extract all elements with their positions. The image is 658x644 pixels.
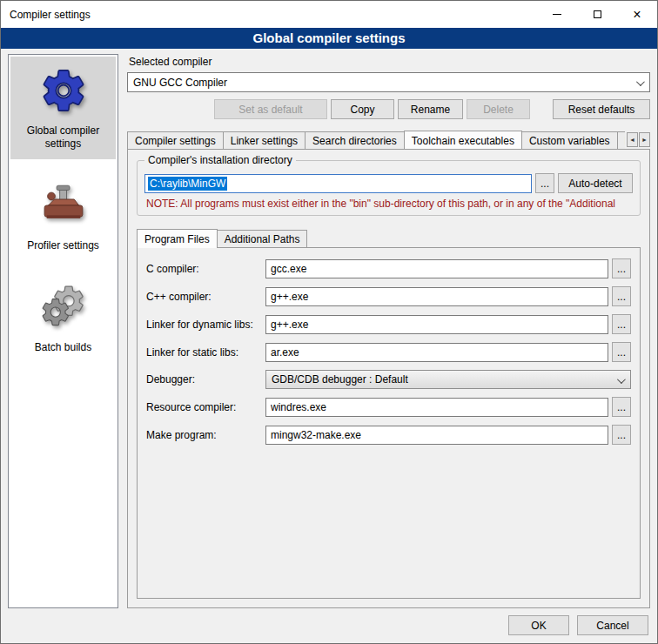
installation-directory-input[interactable]: C:\raylib\MinGW <box>144 174 532 193</box>
dynamic-linker-browse-button[interactable]: ... <box>612 314 631 334</box>
installation-directory-selected-text: C:\raylib\MinGW <box>148 177 227 191</box>
tab-build-options[interactable]: Build <box>617 131 625 149</box>
toolchain-executables-panel: Compiler's installation directory C:\ray… <box>127 149 650 608</box>
titlebar: Compiler settings × <box>1 1 657 28</box>
subtab-program-files[interactable]: Program Files <box>137 229 218 248</box>
resource-compiler-input[interactable] <box>265 398 608 417</box>
tab-scroll-right-button[interactable]: ► <box>639 132 650 147</box>
program-files-panel: C compiler: ... C++ compiler: ... Linker… <box>137 247 641 599</box>
cpp-compiler-label: C++ compiler: <box>146 291 265 303</box>
c-compiler-input[interactable] <box>265 259 608 278</box>
make-program-row: Make program: ... <box>146 425 631 445</box>
installation-directory-groupbox: Compiler's installation directory C:\ray… <box>137 160 641 216</box>
make-program-input[interactable] <box>265 426 608 445</box>
tab-scrollers: ◄ ► <box>627 132 650 147</box>
make-program-label: Make program: <box>146 429 265 441</box>
cpp-compiler-input[interactable] <box>265 287 608 306</box>
caption-buttons: × <box>537 1 657 28</box>
installation-directory-row: C:\raylib\MinGW ... Auto-detect <box>144 173 633 193</box>
installation-directory-legend: Compiler's installation directory <box>144 154 296 166</box>
debugger-select[interactable]: GDB/CDB debugger : Default <box>265 370 631 389</box>
set-as-default-button[interactable]: Set as default <box>214 99 327 119</box>
compiler-settings-window: Compiler settings × Global compiler sett… <box>0 0 658 644</box>
tab-linker-settings[interactable]: Linker settings <box>223 131 306 149</box>
ok-button[interactable]: OK <box>508 615 569 635</box>
static-linker-input[interactable] <box>265 343 608 362</box>
tab-compiler-settings[interactable]: Compiler settings <box>127 131 224 149</box>
toolchain-subtabstrip: Program Files Additional Paths <box>137 228 641 247</box>
static-linker-browse-button[interactable]: ... <box>612 342 631 362</box>
bin-subdirectory-note: NOTE: All programs must exist either in … <box>146 198 633 210</box>
selected-compiler-value: GNU GCC Compiler <box>133 77 227 89</box>
auto-detect-button[interactable]: Auto-detect <box>558 173 633 193</box>
debugger-row: Debugger: GDB/CDB debugger : Default <box>146 370 631 389</box>
arrow-left-icon: ◄ <box>629 137 635 143</box>
tab-scroll-left-button[interactable]: ◄ <box>627 132 638 147</box>
tabs-clip: Compiler settings Linker settings Search… <box>127 130 625 149</box>
sidebar-item-global-compiler-settings[interactable]: Global compiler settings <box>10 57 116 159</box>
maximize-icon <box>594 10 601 18</box>
dynamic-linker-label: Linker for dynamic libs: <box>146 319 265 331</box>
cpp-compiler-browse-button[interactable]: ... <box>612 286 631 306</box>
profiler-plane-icon <box>37 178 91 232</box>
minimize-button[interactable] <box>537 1 577 28</box>
installation-directory-browse-button[interactable]: ... <box>535 173 554 193</box>
dialog-footer: OK Cancel <box>1 608 657 643</box>
resource-compiler-browse-button[interactable]: ... <box>612 397 631 417</box>
reset-defaults-button[interactable]: Reset defaults <box>553 99 650 119</box>
blue-gear-icon <box>37 64 91 117</box>
tab-search-directories[interactable]: Search directories <box>305 131 405 149</box>
dialog-header: Global compiler settings <box>1 28 657 49</box>
sidebar-item-label: Profiler settings <box>27 239 99 252</box>
resource-compiler-row: Resource compiler: ... <box>146 397 631 417</box>
gray-gears-icon <box>37 280 91 334</box>
close-icon: × <box>633 8 641 22</box>
sidebar-item-profiler-settings[interactable]: Profiler settings <box>10 171 116 261</box>
delete-button[interactable]: Delete <box>467 99 530 119</box>
resource-compiler-label: Resource compiler: <box>146 401 265 413</box>
static-linker-label: Linker for static libs: <box>146 346 265 359</box>
compiler-actions-row: Set as default Copy Rename Delete Reset … <box>127 99 650 119</box>
main-pane: Selected compiler GNU GCC Compiler Set a… <box>127 54 650 608</box>
minimize-icon <box>553 14 561 15</box>
c-compiler-row: C compiler: ... <box>146 258 631 278</box>
sidebar-item-label: Batch builds <box>35 341 91 354</box>
c-compiler-label: C compiler: <box>146 263 265 275</box>
window-title: Compiler settings <box>1 9 537 21</box>
dialog-body: Global compiler settings Profiler settin… <box>1 49 657 608</box>
copy-button[interactable]: Copy <box>331 99 394 119</box>
rename-button[interactable]: Rename <box>398 99 463 119</box>
cancel-button[interactable]: Cancel <box>577 615 648 635</box>
dynamic-linker-row: Linker for dynamic libs: ... <box>146 314 631 334</box>
c-compiler-browse-button[interactable]: ... <box>612 258 631 278</box>
subtab-additional-paths[interactable]: Additional Paths <box>217 230 308 247</box>
tab-custom-variables[interactable]: Custom variables <box>521 131 618 149</box>
sidebar-item-label: Global compiler settings <box>13 124 113 151</box>
arrow-right-icon: ► <box>641 137 648 143</box>
chevron-down-icon <box>617 375 626 384</box>
make-program-browse-button[interactable]: ... <box>612 425 631 445</box>
debugger-label: Debugger: <box>146 373 265 386</box>
settings-tabstrip: Compiler settings Linker settings Search… <box>127 130 650 149</box>
selected-compiler-label: Selected compiler <box>129 56 650 68</box>
debugger-value: GDB/CDB debugger : Default <box>272 373 408 386</box>
dynamic-linker-input[interactable] <box>265 315 608 334</box>
static-linker-row: Linker for static libs: ... <box>146 342 631 362</box>
cpp-compiler-row: C++ compiler: ... <box>146 286 631 306</box>
maximize-button[interactable] <box>577 1 617 28</box>
chevron-down-icon <box>636 77 645 86</box>
close-button[interactable]: × <box>617 1 657 28</box>
selected-compiler-combobox[interactable]: GNU GCC Compiler <box>127 72 650 92</box>
sidebar-item-batch-builds[interactable]: Batch builds <box>10 273 116 363</box>
tab-toolchain-executables[interactable]: Toolchain executables <box>404 131 522 149</box>
settings-sidebar: Global compiler settings Profiler settin… <box>8 54 118 608</box>
